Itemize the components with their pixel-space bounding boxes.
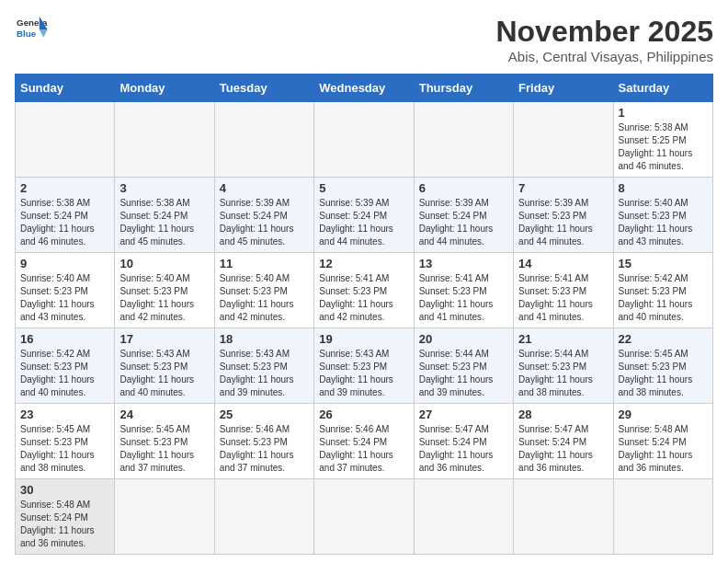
day-number: 12	[319, 257, 408, 270]
day-info: Sunrise: 5:41 AM Sunset: 5:23 PM Dayligh…	[419, 272, 508, 324]
calendar-cell: 28Sunrise: 5:47 AM Sunset: 5:24 PM Dayli…	[514, 404, 613, 479]
calendar-cell: 8Sunrise: 5:40 AM Sunset: 5:23 PM Daylig…	[613, 178, 712, 253]
calendar-cell: 21Sunrise: 5:44 AM Sunset: 5:23 PM Dayli…	[514, 328, 613, 404]
day-info: Sunrise: 5:42 AM Sunset: 5:23 PM Dayligh…	[619, 272, 708, 324]
title-section: November 2025 Abis, Central Visayas, Phi…	[495, 15, 713, 64]
day-number: 17	[119, 332, 209, 346]
calendar-cell: 25Sunrise: 5:46 AM Sunset: 5:23 PM Dayli…	[214, 404, 313, 479]
day-number: 13	[419, 257, 508, 270]
day-info: Sunrise: 5:44 AM Sunset: 5:23 PM Dayligh…	[518, 348, 608, 399]
day-info: Sunrise: 5:41 AM Sunset: 5:23 PM Dayligh…	[319, 272, 408, 324]
day-info: Sunrise: 5:39 AM Sunset: 5:24 PM Dayligh…	[220, 197, 309, 248]
calendar-cell	[115, 102, 214, 178]
day-number: 7	[518, 181, 608, 195]
day-info: Sunrise: 5:46 AM Sunset: 5:23 PM Dayligh…	[220, 423, 309, 475]
page-title: November 2025	[495, 15, 713, 49]
weekday-header-thursday: Thursday	[414, 75, 513, 102]
calendar-cell: 11Sunrise: 5:40 AM Sunset: 5:23 PM Dayli…	[214, 253, 313, 328]
calendar-cell: 20Sunrise: 5:44 AM Sunset: 5:23 PM Dayli…	[414, 328, 513, 404]
calendar-cell	[314, 102, 414, 178]
day-number: 18	[220, 332, 309, 346]
calendar-cell: 26Sunrise: 5:46 AM Sunset: 5:24 PM Dayli…	[314, 404, 414, 479]
day-info: Sunrise: 5:38 AM Sunset: 5:24 PM Dayligh…	[20, 197, 109, 248]
day-info: Sunrise: 5:44 AM Sunset: 5:23 PM Dayligh…	[419, 348, 508, 399]
calendar-week-row: 1Sunrise: 5:38 AM Sunset: 5:25 PM Daylig…	[16, 102, 713, 178]
calendar-cell	[414, 479, 513, 555]
calendar-cell: 19Sunrise: 5:43 AM Sunset: 5:23 PM Dayli…	[314, 328, 414, 404]
day-info: Sunrise: 5:47 AM Sunset: 5:24 PM Dayligh…	[419, 423, 508, 475]
calendar-week-row: 16Sunrise: 5:42 AM Sunset: 5:23 PM Dayli…	[16, 328, 713, 404]
day-number: 1	[619, 106, 708, 120]
calendar-cell: 17Sunrise: 5:43 AM Sunset: 5:23 PM Dayli…	[115, 328, 214, 404]
weekday-header-saturday: Saturday	[613, 75, 712, 102]
day-info: Sunrise: 5:41 AM Sunset: 5:23 PM Dayligh…	[518, 272, 608, 324]
day-number: 9	[20, 257, 109, 270]
calendar-cell: 29Sunrise: 5:48 AM Sunset: 5:24 PM Dayli…	[613, 404, 712, 479]
day-info: Sunrise: 5:43 AM Sunset: 5:23 PM Dayligh…	[319, 348, 408, 399]
svg-text:Blue: Blue	[17, 29, 37, 39]
day-info: Sunrise: 5:43 AM Sunset: 5:23 PM Dayligh…	[119, 348, 209, 399]
day-info: Sunrise: 5:40 AM Sunset: 5:23 PM Dayligh…	[119, 272, 209, 324]
calendar-week-row: 23Sunrise: 5:45 AM Sunset: 5:23 PM Dayli…	[16, 404, 713, 479]
day-number: 22	[619, 332, 708, 346]
day-number: 19	[319, 332, 408, 346]
calendar-cell: 9Sunrise: 5:40 AM Sunset: 5:23 PM Daylig…	[16, 253, 115, 328]
calendar-cell: 3Sunrise: 5:38 AM Sunset: 5:24 PM Daylig…	[115, 178, 214, 253]
day-number: 2	[20, 181, 109, 195]
weekday-header-row: SundayMondayTuesdayWednesdayThursdayFrid…	[16, 75, 713, 102]
logo: General Blue	[15, 15, 48, 42]
day-number: 6	[419, 181, 508, 195]
day-number: 30	[20, 483, 109, 497]
calendar-cell: 7Sunrise: 5:39 AM Sunset: 5:23 PM Daylig…	[514, 178, 613, 253]
day-info: Sunrise: 5:40 AM Sunset: 5:23 PM Dayligh…	[20, 272, 109, 324]
weekday-header-friday: Friday	[514, 75, 613, 102]
page-header: General Blue November 2025 Abis, Central…	[15, 15, 713, 64]
page-subtitle: Abis, Central Visayas, Philippines	[495, 49, 713, 64]
day-info: Sunrise: 5:39 AM Sunset: 5:24 PM Dayligh…	[319, 197, 408, 248]
calendar-cell: 13Sunrise: 5:41 AM Sunset: 5:23 PM Dayli…	[414, 253, 513, 328]
day-info: Sunrise: 5:47 AM Sunset: 5:24 PM Dayligh…	[518, 423, 608, 475]
calendar-cell	[214, 479, 313, 555]
day-info: Sunrise: 5:45 AM Sunset: 5:23 PM Dayligh…	[619, 348, 708, 399]
calendar-cell	[16, 102, 115, 178]
day-number: 29	[619, 408, 708, 421]
calendar-cell: 16Sunrise: 5:42 AM Sunset: 5:23 PM Dayli…	[16, 328, 115, 404]
day-number: 21	[518, 332, 608, 346]
calendar-cell	[115, 479, 214, 555]
calendar-cell: 4Sunrise: 5:39 AM Sunset: 5:24 PM Daylig…	[214, 178, 313, 253]
calendar-cell: 24Sunrise: 5:45 AM Sunset: 5:23 PM Dayli…	[115, 404, 214, 479]
day-number: 3	[119, 181, 209, 195]
calendar-cell: 1Sunrise: 5:38 AM Sunset: 5:25 PM Daylig…	[613, 102, 712, 178]
calendar-cell: 18Sunrise: 5:43 AM Sunset: 5:23 PM Dayli…	[214, 328, 313, 404]
calendar-cell: 15Sunrise: 5:42 AM Sunset: 5:23 PM Dayli…	[613, 253, 712, 328]
calendar-cell: 2Sunrise: 5:38 AM Sunset: 5:24 PM Daylig…	[16, 178, 115, 253]
calendar-cell	[214, 102, 313, 178]
logo-icon: General Blue	[15, 15, 48, 42]
calendar-cell	[514, 479, 613, 555]
calendar-cell: 23Sunrise: 5:45 AM Sunset: 5:23 PM Dayli…	[16, 404, 115, 479]
day-number: 23	[20, 408, 109, 421]
calendar-cell	[314, 479, 414, 555]
weekday-header-sunday: Sunday	[16, 75, 115, 102]
calendar-week-row: 30Sunrise: 5:48 AM Sunset: 5:24 PM Dayli…	[16, 479, 713, 555]
day-info: Sunrise: 5:42 AM Sunset: 5:23 PM Dayligh…	[20, 348, 109, 399]
day-number: 14	[518, 257, 608, 270]
day-number: 24	[119, 408, 209, 421]
weekday-header-monday: Monday	[115, 75, 214, 102]
day-info: Sunrise: 5:40 AM Sunset: 5:23 PM Dayligh…	[619, 197, 708, 248]
day-info: Sunrise: 5:38 AM Sunset: 5:24 PM Dayligh…	[119, 197, 209, 248]
day-info: Sunrise: 5:45 AM Sunset: 5:23 PM Dayligh…	[20, 423, 109, 475]
day-info: Sunrise: 5:48 AM Sunset: 5:24 PM Dayligh…	[20, 499, 109, 550]
day-info: Sunrise: 5:39 AM Sunset: 5:23 PM Dayligh…	[518, 197, 608, 248]
calendar-cell: 14Sunrise: 5:41 AM Sunset: 5:23 PM Dayli…	[514, 253, 613, 328]
day-number: 10	[119, 257, 209, 270]
svg-marker-3	[40, 29, 48, 38]
calendar-cell: 27Sunrise: 5:47 AM Sunset: 5:24 PM Dayli…	[414, 404, 513, 479]
day-number: 11	[220, 257, 309, 270]
calendar-cell	[514, 102, 613, 178]
day-info: Sunrise: 5:45 AM Sunset: 5:23 PM Dayligh…	[119, 423, 209, 475]
day-number: 27	[419, 408, 508, 421]
calendar-cell: 22Sunrise: 5:45 AM Sunset: 5:23 PM Dayli…	[613, 328, 712, 404]
day-number: 4	[220, 181, 309, 195]
day-info: Sunrise: 5:39 AM Sunset: 5:24 PM Dayligh…	[419, 197, 508, 248]
